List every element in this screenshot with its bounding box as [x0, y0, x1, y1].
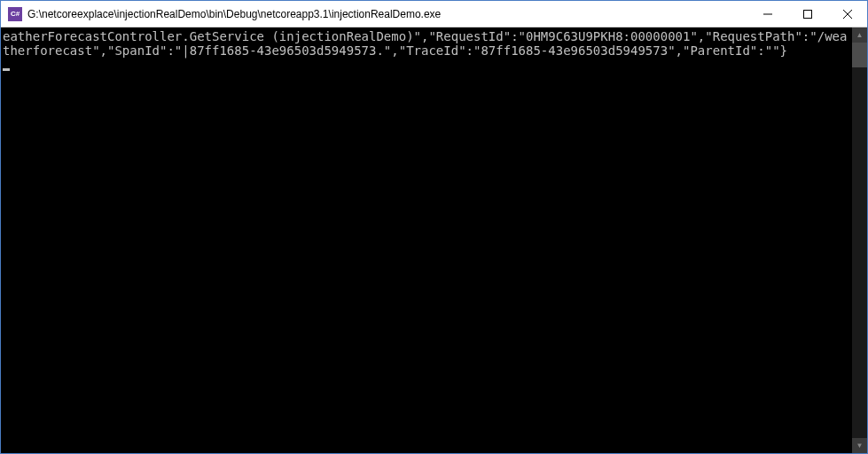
cursor-icon [3, 68, 10, 71]
svg-rect-1 [803, 10, 811, 18]
close-icon [843, 10, 852, 19]
scroll-up-button[interactable]: ▲ [852, 27, 867, 43]
window-controls [747, 1, 867, 27]
console-area: eatherForecastController.GetService (inj… [1, 27, 867, 453]
minimize-icon [763, 10, 772, 19]
titlebar[interactable]: C# G:\netcoreexplace\injectionRealDemo\b… [1, 1, 867, 27]
scroll-thumb[interactable] [852, 43, 867, 67]
window-title: G:\netcoreexplace\injectionRealDemo\bin\… [27, 8, 747, 20]
console-output[interactable]: eatherForecastController.GetService (inj… [1, 27, 852, 453]
maximize-button[interactable] [787, 1, 827, 27]
scroll-down-icon: ▼ [856, 442, 864, 450]
scroll-up-icon: ▲ [856, 31, 864, 39]
maximize-icon [803, 10, 812, 19]
console-window: C# G:\netcoreexplace\injectionRealDemo\b… [0, 0, 868, 454]
scroll-down-button[interactable]: ▼ [852, 438, 867, 453]
console-text: eatherForecastController.GetService (inj… [3, 29, 847, 58]
minimize-button[interactable] [747, 1, 787, 27]
app-icon-label: C# [11, 10, 20, 18]
app-icon: C# [8, 7, 22, 21]
close-button[interactable] [827, 1, 867, 27]
vertical-scrollbar[interactable]: ▲ ▼ [852, 27, 867, 453]
scroll-track[interactable] [852, 43, 867, 438]
